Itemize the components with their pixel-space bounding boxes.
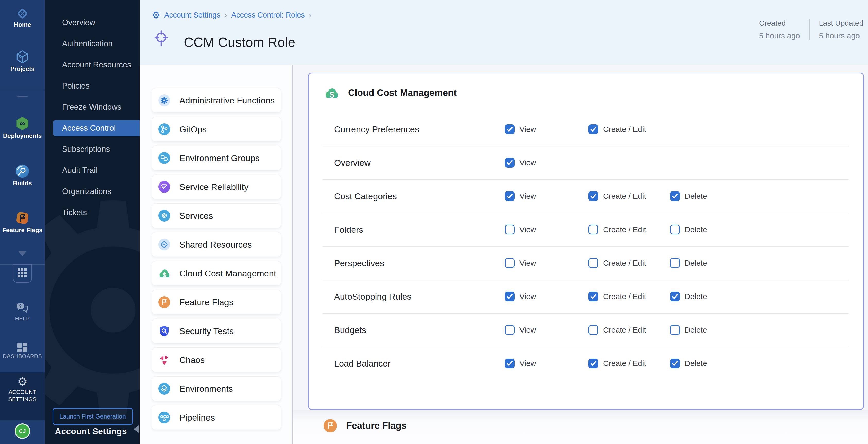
perm-cell-delete: Delete xyxy=(670,292,707,302)
svg-text:$: $ xyxy=(163,271,166,279)
services-icon xyxy=(158,210,170,222)
cost-categories-view-checkbox[interactable] xyxy=(505,191,515,201)
page-title: CCM Custom Role xyxy=(184,34,295,50)
category-card-service-reliability[interactable]: Service Reliability xyxy=(152,175,281,199)
category-card-security-tests[interactable]: Security Tests xyxy=(152,319,281,343)
overview-view-checkbox[interactable] xyxy=(505,158,515,167)
category-card-cloud-cost-management[interactable]: $Cloud Cost Management xyxy=(152,261,281,286)
sidebar-item-freeze-windows[interactable]: Freeze Windows xyxy=(45,97,140,118)
budgets-delete-checkbox[interactable] xyxy=(670,325,680,335)
category-card-chaos[interactable]: Chaos xyxy=(152,347,281,372)
perm-checkbox-label: Create / Edit xyxy=(603,225,646,234)
load-balancer-delete-checkbox[interactable] xyxy=(670,358,680,368)
collapsed-modules-handle[interactable] xyxy=(17,96,28,97)
perm-checkbox-label: Delete xyxy=(685,359,707,368)
deployments-hexagon-icon: ∞ xyxy=(15,128,30,132)
cost-categories-create-edit-checkbox[interactable] xyxy=(588,191,598,201)
perm-checkbox-label: View xyxy=(520,259,536,267)
ccm-cloud-icon: $ xyxy=(158,267,170,279)
sidebar-item-authentication[interactable]: Authentication xyxy=(45,33,140,54)
currency-preferences-create-edit-checkbox[interactable] xyxy=(588,124,598,134)
perm-cell-create-edit: Create / Edit xyxy=(588,191,646,201)
panel-title: Cloud Cost Management xyxy=(348,88,457,98)
breadcrumb-account-settings[interactable]: Account Settings xyxy=(164,11,220,19)
rail-item-dashboards[interactable]: DASHBOARDS xyxy=(0,343,45,359)
category-card-environment-groups[interactable]: Environment Groups xyxy=(152,146,281,170)
category-card-administrative-functions[interactable]: Administrative Functions xyxy=(152,88,281,113)
category-card-pipelines[interactable]: Pipelines xyxy=(152,405,281,430)
collapse-sidebar-icon[interactable] xyxy=(133,425,139,433)
rail-item-help[interactable]: ? HELP xyxy=(0,303,45,322)
budgets-create-edit-checkbox[interactable] xyxy=(588,325,598,335)
feature-flags-icon xyxy=(15,222,30,226)
perspectives-create-edit-checkbox[interactable] xyxy=(588,258,598,268)
perm-checkbox-label: View xyxy=(520,158,536,167)
perm-checkbox-label: Create / Edit xyxy=(603,259,646,267)
chevron-down-icon[interactable] xyxy=(18,251,27,256)
perm-cell-create-edit: Create / Edit xyxy=(588,325,646,335)
sidebar-item-tickets[interactable]: Tickets xyxy=(45,202,140,223)
perm-checkbox-label: Delete xyxy=(685,292,707,301)
perm-cell-delete: Delete xyxy=(670,358,707,368)
sidebar-item-policies[interactable]: Policies xyxy=(45,75,140,97)
launch-first-generation-button[interactable]: Launch First Generation xyxy=(53,408,133,425)
autostopping-rules-create-edit-checkbox[interactable] xyxy=(588,292,598,302)
category-card-label: GitOps xyxy=(179,124,207,134)
category-card-shared-resources[interactable]: Shared Resources xyxy=(152,232,281,257)
sidebar-item-audit-trail[interactable]: Audit Trail xyxy=(45,160,140,181)
row-separator xyxy=(322,280,849,280)
feature-flags-icon xyxy=(323,419,337,433)
rail-item-builds[interactable]: Builds xyxy=(0,164,45,187)
ccm-permissions-panel: $ Cloud Cost Management Currency Prefere… xyxy=(308,72,864,410)
user-avatar[interactable]: CJ xyxy=(15,423,30,439)
module-grid-button[interactable] xyxy=(13,264,32,283)
chaos-icon xyxy=(158,354,170,366)
perspectives-view-checkbox[interactable] xyxy=(505,258,515,268)
perm-row-overview: OverviewView xyxy=(309,146,863,180)
folders-delete-checkbox[interactable] xyxy=(670,225,680,234)
perm-cell-create-edit: Create / Edit xyxy=(588,258,646,268)
breadcrumb-chevron-icon: › xyxy=(309,10,312,20)
breadcrumb-access-control-roles[interactable]: Access Control: Roles xyxy=(231,11,305,19)
breadcrumb-chevron-icon: › xyxy=(224,10,227,20)
currency-preferences-view-checkbox[interactable] xyxy=(505,124,515,134)
feature-flags-section-title: Feature Flags xyxy=(346,420,406,431)
sidebar-item-organizations[interactable]: Organizations xyxy=(45,181,140,202)
rail-item-feature-flags[interactable]: Feature Flags xyxy=(0,211,45,234)
perm-name-currency-preferences: Currency Preferences xyxy=(334,124,419,134)
autostopping-rules-view-checkbox[interactable] xyxy=(505,292,515,302)
rail-item-deployments[interactable]: ∞ Deployments xyxy=(0,116,45,139)
cost-categories-delete-checkbox[interactable] xyxy=(670,191,680,201)
rail-item-projects[interactable]: Projects xyxy=(0,50,45,72)
rail-item-home[interactable]: Home xyxy=(0,7,45,28)
perm-name-autostopping-rules: AutoStopping Rules xyxy=(334,292,412,302)
folders-view-checkbox[interactable] xyxy=(505,225,515,234)
perm-cell-create-edit: Create / Edit xyxy=(588,124,646,134)
autostopping-rules-delete-checkbox[interactable] xyxy=(670,292,680,302)
sidebar-item-account-resources[interactable]: Account Resources xyxy=(45,54,140,75)
row-separator xyxy=(322,180,849,180)
perm-name-cost-categories: Cost Categories xyxy=(334,191,397,201)
load-balancer-create-edit-checkbox[interactable] xyxy=(588,358,598,368)
sidebar-item-access-control[interactable]: Access Control xyxy=(53,120,140,136)
folders-create-edit-checkbox[interactable] xyxy=(588,225,598,234)
load-balancer-view-checkbox[interactable] xyxy=(505,358,515,368)
row-separator xyxy=(322,146,849,147)
rail-label-account: ACCOUNT xyxy=(0,389,45,395)
category-card-label: Environment Groups xyxy=(179,153,260,163)
perm-row-currency-preferences: Currency PreferencesViewCreate / Edit xyxy=(309,113,863,146)
perm-checkbox-label: Delete xyxy=(685,326,707,335)
gitops-icon xyxy=(158,123,170,135)
perm-cell-delete: Delete xyxy=(670,258,707,268)
budgets-view-checkbox[interactable] xyxy=(505,325,515,335)
category-card-environments[interactable]: Environments xyxy=(152,376,281,401)
sidebar-item-subscriptions[interactable]: Subscriptions xyxy=(45,139,140,160)
category-card-services[interactable]: Services xyxy=(152,203,281,228)
category-card-feature-flags[interactable]: Feature Flags xyxy=(152,290,281,315)
perm-cell-create-edit: Create / Edit xyxy=(588,225,646,234)
rail-item-account-settings[interactable]: ⚙ ACCOUNT SETTINGS xyxy=(0,373,45,420)
perspectives-delete-checkbox[interactable] xyxy=(670,258,680,268)
sidebar-item-overview[interactable]: Overview xyxy=(45,12,140,33)
category-card-gitops[interactable]: GitOps xyxy=(152,117,281,141)
category-card-label: Environments xyxy=(179,384,233,394)
